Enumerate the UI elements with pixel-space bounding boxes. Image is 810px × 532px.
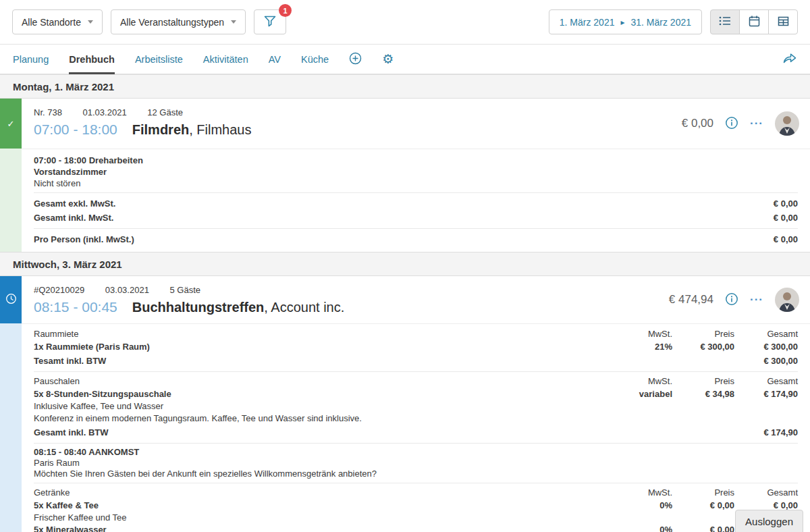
table-row: 5x Mineralwasser 0% € 0,00 € 0,00 bbox=[34, 523, 798, 532]
column-header-price: Preis bbox=[672, 487, 734, 499]
tab-kueche[interactable]: Küche bbox=[301, 45, 329, 74]
item-name: 1x Raummiete (Paris Raum) bbox=[34, 340, 612, 354]
event-status-bar: ✓ bbox=[0, 99, 22, 252]
program-note: Nicht stören bbox=[34, 178, 798, 189]
logout-button[interactable]: Ausloggen bbox=[735, 510, 803, 532]
column-header-total: Gesamt bbox=[734, 328, 798, 340]
table-row: 5x 8-Stunden-Sitzungspauschale variabel … bbox=[34, 388, 798, 401]
sum-value: € 300,00 bbox=[734, 354, 798, 368]
tab-arbeitsliste[interactable]: Arbeitsliste bbox=[135, 45, 183, 74]
info-button[interactable] bbox=[725, 292, 738, 308]
program-room: Paris Raum bbox=[34, 458, 798, 469]
event-price: € 474,94 bbox=[669, 293, 713, 307]
day-section-header: Montag, 1. März 2021 bbox=[0, 74, 810, 99]
event-title-suffix: , Account inc. bbox=[264, 300, 344, 315]
item-tax: 0% bbox=[612, 523, 672, 532]
info-button[interactable] bbox=[725, 116, 738, 132]
chevron-down-icon bbox=[88, 20, 93, 24]
settings-button[interactable]: ⚙ bbox=[382, 53, 394, 65]
group-header-row: Raummiete MwSt. Preis Gesamt bbox=[34, 328, 798, 340]
item-price: € 0,00 bbox=[672, 523, 734, 532]
item-price: € 300,00 bbox=[672, 340, 734, 354]
tabbar: Planung Drehbuch Arbeitsliste Aktivitäte… bbox=[0, 45, 810, 74]
total-value: € 0,00 bbox=[774, 211, 798, 225]
sum-value: € 174,90 bbox=[734, 425, 798, 440]
status-bar-extension bbox=[0, 149, 22, 252]
event-guests: 12 Gäste bbox=[147, 107, 183, 117]
total-row: Gesamt exkl. MwSt. € 0,00 bbox=[34, 196, 798, 211]
group-sum-row: Gesamt inkl. BTW € 174,90 bbox=[34, 425, 798, 440]
plus-circle-icon bbox=[349, 52, 362, 67]
calendar-view-button[interactable] bbox=[739, 9, 769, 34]
filter-funnel-icon bbox=[263, 15, 277, 30]
item-tax: variabel bbox=[612, 388, 672, 401]
sum-label: Tesamt inkl. BTW bbox=[34, 354, 612, 368]
total-label: Gesamt exkl. MwSt. bbox=[34, 196, 115, 211]
status-bar-extension bbox=[0, 323, 22, 532]
event-time: 08:15 - 00:45 bbox=[34, 299, 117, 315]
sum-label: Gesamt inkl. BTW bbox=[34, 425, 612, 440]
more-actions-button[interactable]: ··· bbox=[750, 293, 763, 307]
event-number: #Q20210029 bbox=[34, 285, 84, 295]
avatar[interactable] bbox=[775, 288, 799, 312]
clock-icon bbox=[5, 293, 17, 307]
list-view-button[interactable] bbox=[710, 9, 740, 34]
item-name: 5x 8-Stunden-Sitzungspauschale bbox=[34, 388, 612, 401]
add-tab-button[interactable] bbox=[349, 52, 362, 67]
item-subtitle: Frischer Kaffee und Tee bbox=[34, 512, 798, 523]
event-header[interactable]: #Q20210029 03.03.2021 5 Gäste 08:15 - 00… bbox=[22, 276, 810, 323]
total-row: Gesamt inkl. MwSt. € 0,00 bbox=[34, 211, 798, 225]
column-header-tax: MwSt. bbox=[612, 375, 672, 388]
tab-planung[interactable]: Planung bbox=[13, 45, 49, 74]
group-label: Getränke bbox=[34, 487, 612, 499]
list-view-icon bbox=[718, 15, 732, 29]
date-from: 1. März 2021 bbox=[560, 17, 615, 28]
group-label: Pauschalen bbox=[34, 375, 612, 388]
event-details: 07:00 - 18:00 Dreharbeiten Vorstandszimm… bbox=[22, 149, 810, 252]
date-range-button[interactable]: 1. März 2021 ▸ 31. März 2021 bbox=[549, 9, 702, 34]
table-view-button[interactable] bbox=[768, 9, 798, 34]
share-arrow-icon bbox=[782, 51, 797, 67]
event-date: 03.03.2021 bbox=[105, 285, 149, 295]
program-line: 08:15 - 08:40 AANKOMST bbox=[34, 447, 798, 458]
event-title-name: Filmdreh bbox=[132, 122, 189, 137]
divider bbox=[34, 371, 798, 372]
event-number: Nr. 738 bbox=[34, 107, 62, 117]
event-card-filmdreh: ✓ Nr. 738 01.03.2021 12 Gäste 07:00 - 18… bbox=[0, 99, 810, 252]
tab-drehbuch[interactable]: Drehbuch bbox=[69, 45, 115, 74]
item-tax: 21% bbox=[612, 340, 672, 354]
info-icon bbox=[725, 292, 738, 308]
item-price: € 0,00 bbox=[672, 499, 734, 512]
more-actions-button[interactable]: ··· bbox=[750, 117, 763, 130]
event-guests: 5 Gäste bbox=[170, 285, 201, 295]
avatar[interactable] bbox=[775, 111, 799, 136]
tab-av[interactable]: AV bbox=[269, 45, 281, 74]
event-title-name: Buchhaltungstreffen bbox=[132, 300, 265, 315]
event-header[interactable]: Nr. 738 01.03.2021 12 Gäste 07:00 - 18:0… bbox=[22, 99, 810, 149]
topbar-view-controls: 1. März 2021 ▸ 31. März 2021 bbox=[549, 9, 798, 34]
per-person-row: Pro Person (inkl. MwSt.) € 0,00 bbox=[34, 232, 798, 246]
event-main: Nr. 738 01.03.2021 12 Gäste 07:00 - 18:0… bbox=[22, 99, 810, 252]
filter-button[interactable]: 1 bbox=[254, 9, 286, 34]
share-button[interactable] bbox=[782, 51, 797, 67]
table-row: 5x Kaffee & Tee 0% € 0,00 € 0,00 bbox=[34, 499, 798, 512]
event-types-dropdown-label: Alle Veranstaltungstypen bbox=[120, 17, 224, 28]
tab-aktivitaeten[interactable]: Aktivitäten bbox=[203, 45, 248, 74]
item-subtitle: Inklusive Kaffee, Tee und Wasser bbox=[34, 401, 798, 412]
locations-dropdown-label: Alle Standorte bbox=[22, 17, 81, 28]
column-header-total: Gesamt bbox=[734, 375, 798, 388]
event-header-actions: € 0,00 ··· bbox=[682, 111, 799, 136]
event-types-dropdown[interactable]: Alle Veranstaltungstypen bbox=[111, 9, 246, 34]
locations-dropdown[interactable]: Alle Standorte bbox=[12, 9, 103, 34]
total-label: Pro Person (inkl. MwSt.) bbox=[34, 232, 134, 246]
divider bbox=[34, 443, 798, 444]
day-section-header: Mittwoch, 3. März 2021 bbox=[0, 252, 810, 276]
total-label: Gesamt inkl. MwSt. bbox=[34, 211, 113, 225]
event-title: Buchhaltungstreffen, Account inc. bbox=[132, 300, 345, 315]
group-sum-row: Tesamt inkl. BTW € 300,00 bbox=[34, 354, 798, 368]
table-view-icon bbox=[777, 15, 790, 30]
divider bbox=[34, 483, 798, 483]
event-time: 07:00 - 18:00 bbox=[34, 122, 117, 138]
drehbuch-page: { "colors": { "accent_teal": "#2e7ea3", … bbox=[0, 0, 810, 532]
column-header-tax: MwSt. bbox=[612, 487, 672, 499]
